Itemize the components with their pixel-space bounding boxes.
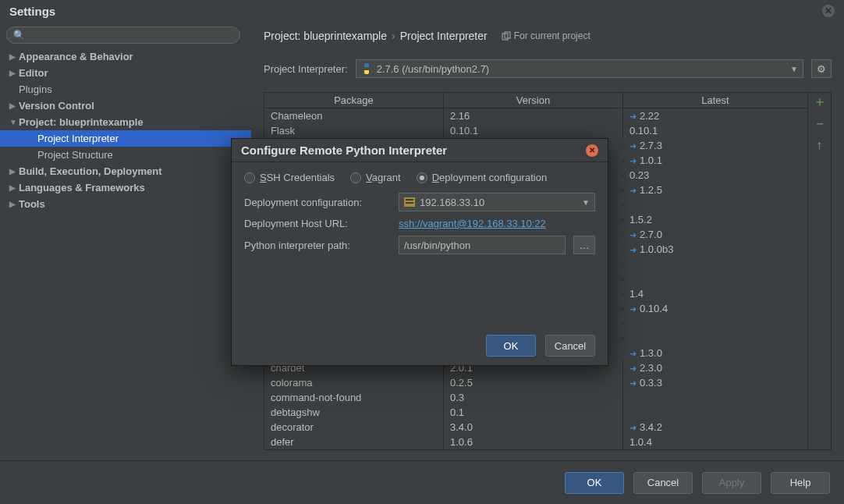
dialog-cancel-button[interactable]: Cancel xyxy=(545,335,595,357)
cell-latest: 0.10.1 xyxy=(623,123,807,138)
cell-latest: 1.5.2 xyxy=(623,212,807,227)
ssh-credentials-radio[interactable]: SSH Credentials xyxy=(244,172,335,183)
help-button[interactable]: Help xyxy=(771,472,830,494)
footer-buttons: OK Cancel Apply Help xyxy=(0,460,844,504)
ok-button[interactable]: OK xyxy=(565,472,624,494)
sidebar-item[interactable]: ▶Version Control xyxy=(6,98,245,114)
dialog-close-icon[interactable]: ✕ xyxy=(586,144,598,157)
deployment-config-label: Deployment configuration: xyxy=(244,197,391,208)
col-header-latest[interactable]: Latest xyxy=(623,93,807,108)
deployment-config-radio[interactable]: Deployment configuration xyxy=(417,172,547,183)
cell-latest: 1.4 xyxy=(623,286,807,301)
cell-latest: 1.0.4 xyxy=(623,435,807,449)
cell-latest: ➜2.22 xyxy=(623,108,807,123)
svg-rect-4 xyxy=(406,202,413,204)
cell-latest: ➜1.2.5 xyxy=(623,183,807,197)
search-icon: 🔍 xyxy=(13,30,25,41)
table-side-buttons: ＋ － ↑ xyxy=(808,92,832,450)
sidebar-item-label: Project Structure xyxy=(37,149,113,161)
svg-rect-3 xyxy=(406,199,413,201)
breadcrumb-project: Project: blueprintexample xyxy=(264,30,387,42)
sidebar-item[interactable]: ▼Project: blueprintexample xyxy=(6,114,245,130)
tree-arrow-icon: ▶ xyxy=(9,101,19,110)
sidebar-item-label: Languages & Frameworks xyxy=(19,182,145,193)
breadcrumb-separator-icon: › xyxy=(392,30,395,42)
table-row[interactable]: decorator3.4.0➜3.4.2 xyxy=(264,420,807,435)
host-url-link[interactable]: ssh://vagrant@192.168.33.10:22 xyxy=(399,218,546,229)
cell-latest: ➜1.0.1 xyxy=(623,153,807,168)
upgrade-available-icon: ➜ xyxy=(629,141,637,151)
table-row[interactable]: command-not-found0.3 xyxy=(264,390,807,405)
col-header-version[interactable]: Version xyxy=(444,93,623,108)
sidebar-item-label: Plugins xyxy=(19,83,52,95)
apply-button[interactable]: Apply xyxy=(702,472,761,494)
server-icon xyxy=(404,197,415,207)
deployment-radio-label: Deployment configuration xyxy=(432,172,547,183)
sidebar-item[interactable]: ▶Tools xyxy=(6,196,245,212)
interpreter-path-field[interactable] xyxy=(404,240,560,251)
col-header-package[interactable]: Package xyxy=(264,93,444,108)
cell-latest: ➜0.3.3 xyxy=(623,375,807,390)
cell-package: Flask xyxy=(264,123,444,138)
titlebar: Settings ✕ xyxy=(0,0,844,22)
tree-arrow-icon: ▶ xyxy=(9,183,19,192)
window-title: Settings xyxy=(9,5,55,18)
cell-package: command-not-found xyxy=(264,390,444,405)
breadcrumb: Project: blueprintexample › Project Inte… xyxy=(264,30,832,42)
browse-path-button[interactable]: … xyxy=(573,236,595,254)
table-row[interactable]: defer1.0.61.0.4 xyxy=(264,435,807,449)
table-row[interactable]: debtagshw0.1 xyxy=(264,405,807,420)
upgrade-available-icon: ➜ xyxy=(629,304,637,314)
search-input-wrap[interactable]: 🔍 xyxy=(6,27,240,44)
table-row[interactable]: colorama0.2.5➜0.3.3 xyxy=(264,375,807,390)
cell-latest: ➜3.4.2 xyxy=(623,420,807,435)
sidebar-item[interactable]: ▶Build, Execution, Deployment xyxy=(6,163,245,179)
upgrade-available-icon: ➜ xyxy=(629,245,637,254)
interpreter-path-input[interactable] xyxy=(399,236,566,254)
project-scope-icon xyxy=(502,31,511,41)
remove-package-icon[interactable]: － xyxy=(813,116,827,130)
interpreter-label: Project Interpreter: xyxy=(264,63,348,75)
add-package-icon[interactable]: ＋ xyxy=(813,94,827,108)
close-icon[interactable]: ✕ xyxy=(822,5,835,17)
chevron-down-icon[interactable]: ▼ xyxy=(790,65,798,73)
sidebar-item-label: Version Control xyxy=(19,100,94,112)
sidebar-item[interactable]: ▶Languages & Frameworks xyxy=(6,179,245,196)
cell-latest: ➜2.7.3 xyxy=(623,138,807,153)
chevron-down-icon[interactable]: ▼ xyxy=(582,198,590,207)
tree-arrow-icon: ▼ xyxy=(9,118,19,126)
upgrade-available-icon: ➜ xyxy=(629,423,637,432)
sidebar-item[interactable]: Plugins xyxy=(6,81,245,98)
sidebar-item-label: Build, Execution, Deployment xyxy=(19,165,161,177)
cell-version: 0.3 xyxy=(444,390,623,405)
cell-latest: ➜0.10.4 xyxy=(623,301,807,316)
cell-latest xyxy=(623,396,807,399)
tree-arrow-icon: ▶ xyxy=(9,52,19,61)
cell-version: 3.4.0 xyxy=(444,420,623,435)
cell-latest xyxy=(623,204,807,207)
for-project-label: For current project xyxy=(514,30,590,41)
vagrant-radio[interactable]: Vagrant xyxy=(350,172,401,183)
tree-arrow-icon: ▶ xyxy=(9,200,19,208)
table-row[interactable]: Flask0.10.10.10.1 xyxy=(264,123,807,138)
dialog-ok-button[interactable]: OK xyxy=(486,335,536,357)
upgrade-available-icon: ➜ xyxy=(629,112,637,121)
search-input[interactable] xyxy=(30,30,233,41)
upgrade-package-icon[interactable]: ↑ xyxy=(816,138,823,152)
cell-package: decorator xyxy=(264,420,444,435)
cell-version: 1.0.6 xyxy=(444,435,623,449)
gear-icon[interactable]: ⚙ xyxy=(811,59,832,78)
sidebar-item-label: Project Interpreter xyxy=(37,133,119,144)
interpreter-select[interactable]: 2.7.6 (/usr/bin/python2.7) ▼ xyxy=(356,59,803,78)
cell-version: 0.2.5 xyxy=(444,375,623,390)
sidebar-item-label: Project: blueprintexample xyxy=(19,116,144,128)
sidebar-item[interactable]: ▶Editor xyxy=(6,65,245,81)
sidebar-item[interactable]: ▶Appearance & Behavior xyxy=(6,48,245,65)
sidebar-item[interactable]: Project Structure xyxy=(6,147,245,163)
cancel-button[interactable]: Cancel xyxy=(633,472,693,494)
python-icon xyxy=(361,63,372,74)
deployment-config-select[interactable]: 192.168.33.10 ▼ xyxy=(399,193,595,211)
table-row[interactable]: Chameleon2.16➜2.22 xyxy=(264,108,807,123)
sidebar-item[interactable]: Project Interpreter xyxy=(0,130,251,147)
upgrade-available-icon: ➜ xyxy=(629,186,637,195)
